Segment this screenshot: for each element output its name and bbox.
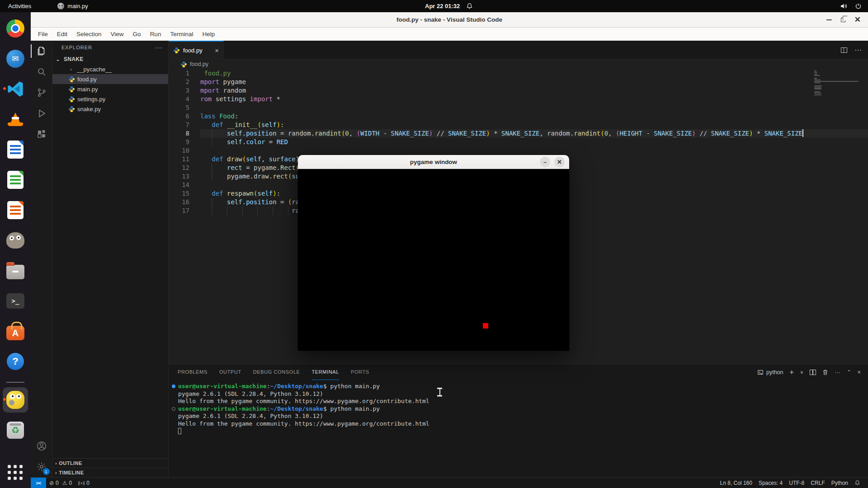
tab-food-py[interactable]: food.py × [169,41,224,59]
code-line-7[interactable]: 7 def __init__(self): [169,121,868,129]
problems-status[interactable]: ⊘0 ⚠0 [46,478,75,488]
new-terminal-button[interactable]: + [790,368,794,376]
focused-app-menu[interactable]: main.py [57,3,88,9]
dock-item-vscode[interactable] [3,76,28,102]
code-line-5[interactable]: 5 [169,103,868,112]
status-encoding[interactable]: UTF-8 [786,478,807,488]
activity-accounts[interactable] [31,436,52,456]
terminal-instance-label[interactable]: python [757,369,783,375]
file-food-py[interactable]: food.py [52,74,168,84]
editor-more-actions[interactable]: ··· [854,46,862,54]
dock-item-gimp[interactable] [3,228,28,253]
pygame-title-bar[interactable]: pygame window – ✕ [298,155,569,169]
activity-source-control[interactable] [31,82,52,103]
menu-file[interactable]: File [33,28,52,41]
code-line-8[interactable]: 8 self.position = random.randint(0, (WID… [169,129,868,138]
terminal-line [169,427,868,435]
panel-tab-debug-console[interactable]: DEBUG CONSOLE [253,364,300,380]
code-line-2[interactable]: 2mport pygame [169,78,868,86]
dock-item-help[interactable]: ? [3,349,28,374]
section-timeline[interactable]: ›TIMELINE [52,468,168,477]
dock-item-vlc[interactable] [3,107,28,132]
pygame-close-button[interactable]: ✕ [554,157,565,167]
power-icon [855,3,862,9]
code-line-4[interactable]: 4rom settings import * [169,95,868,103]
notifications-bell[interactable] [851,478,863,488]
menu-run[interactable]: Run [146,28,166,41]
menu-help[interactable]: Help [198,28,219,41]
activity-extensions[interactable] [31,124,52,145]
pygame-minimize-button[interactable]: – [540,157,550,167]
explorer-more-actions[interactable]: ··· [155,44,163,51]
tab-close-icon[interactable]: × [215,47,219,54]
pygame-window[interactable]: pygame window – ✕ [298,155,569,351]
command-decoration[interactable] [172,385,175,388]
section-label: OUTLINE [59,460,82,466]
minimap[interactable] [814,69,862,96]
dock-item-trash[interactable]: ♻ [3,418,28,443]
dock-item-files[interactable] [3,258,28,283]
dock-item-terminal[interactable]: >_ [3,288,28,314]
ports-status[interactable]: 0 [75,478,93,488]
terminal-output[interactable]: user@user-virtual-machine:~/Desktop/snak… [169,380,868,477]
menu-edit[interactable]: Edit [52,28,72,41]
dock-item-libreoffice-impress[interactable] [3,197,28,223]
terminal-dropdown-icon[interactable]: ∨ [800,370,803,375]
section-outline[interactable]: ›OUTLINE [52,458,168,468]
maximize-panel-icon[interactable]: ⌃ [847,369,851,375]
panel-more-actions[interactable]: ··· [835,369,840,375]
code-line-3[interactable]: 3mport random [169,86,868,95]
activity-search[interactable] [31,61,52,82]
status-language-mode[interactable]: Python [828,478,851,488]
split-editor-icon[interactable] [841,47,847,53]
breadcrumb[interactable]: food.py [169,59,868,69]
panel-tab-output[interactable]: OUTPUT [219,364,241,380]
project-root-snake[interactable]: ⌄SNAKE [52,54,168,64]
menu-view[interactable]: View [106,28,128,41]
file---pycache--[interactable]: ›__pycache__ [52,64,168,74]
panel-tab-terminal[interactable]: TERMINAL [312,364,339,380]
restore-button[interactable] [841,18,845,22]
dock-item-chrome[interactable] [3,16,28,41]
split-terminal-icon[interactable] [810,370,816,375]
activities-button[interactable]: Activities [0,0,39,12]
vscode-title-bar[interactable]: food.py - snake - Visual Studio Code ✕ [31,12,868,28]
indent-guide [212,129,212,138]
panel-tab-ports[interactable]: PORTS [351,364,369,380]
file-settings-py[interactable]: settings.py [52,94,168,104]
show-applications-button[interactable] [3,460,28,485]
dock-item-libreoffice-calc[interactable] [3,167,28,192]
close-button[interactable]: ✕ [854,18,861,22]
dock-item-thunderbird[interactable]: ✉ [3,46,28,71]
panel-tab-problems[interactable]: PROBLEMS [178,364,208,380]
minimize-button[interactable] [826,19,832,20]
kill-terminal-icon[interactable] [822,369,828,375]
python-file-icon [173,47,180,54]
clock-area[interactable]: Apr 22 01:32 [425,0,473,12]
activity-run-debug[interactable] [31,103,52,124]
code-line-6[interactable]: 6lass Food: [169,112,868,121]
code-line-1[interactable]: 1 food.py [169,69,868,78]
dock-item-libreoffice-writer[interactable] [3,137,28,162]
file-main-py[interactable]: main.py [52,84,168,94]
dock-item-pygame-app[interactable] [3,387,28,413]
system-tray[interactable] [840,0,862,12]
menu-terminal[interactable]: Terminal [165,28,198,41]
command-decoration[interactable] [172,407,175,411]
close-panel-icon[interactable]: × [857,369,861,375]
file-label: main.py [77,86,98,93]
status-cursor-position[interactable]: Ln 8, Col 160 [717,478,755,488]
dock-item-app-center[interactable]: A [3,319,28,344]
status-indentation[interactable]: Spaces: 4 [755,478,786,488]
menu-selection[interactable]: Selection [72,28,106,41]
remote-indicator[interactable]: >< [31,478,46,488]
activity-explorer[interactable] [31,41,52,61]
python-file-icon [180,61,187,68]
menu-go[interactable]: Go [128,28,146,41]
code-line-9[interactable]: 9 self.color = RED [169,138,868,146]
code-line-10[interactable]: 10 [169,146,868,155]
file-snake-py[interactable]: snake.py [52,104,168,114]
breadcrumb-item: food.py [190,61,208,67]
status-eol[interactable]: CRLF [807,478,828,488]
activity-settings[interactable]: 1 [31,456,52,477]
